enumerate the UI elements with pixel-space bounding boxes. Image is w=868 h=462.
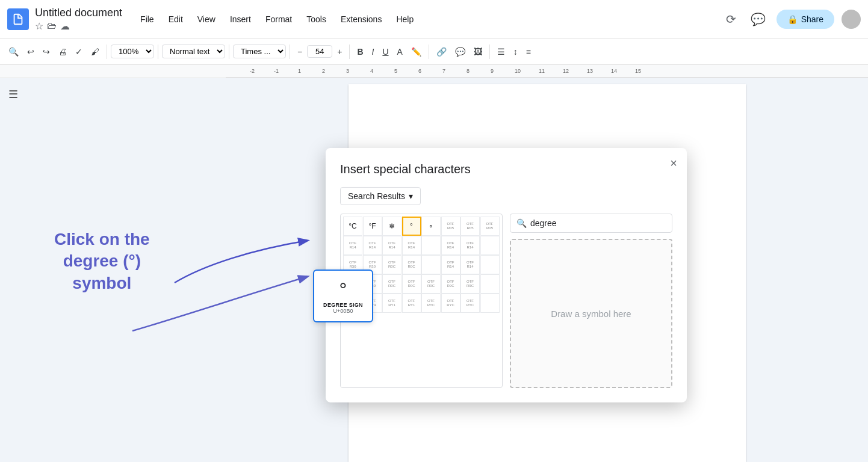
search-results-dropdown[interactable]: Search Results ▾ [340, 187, 421, 205]
line-spacing-button[interactable]: ↕ [510, 45, 521, 59]
char-r2-8[interactable] [480, 236, 500, 255]
history-button[interactable]: ⟳ [722, 8, 740, 30]
char-fahrenheit[interactable]: °F [363, 217, 382, 236]
text-color-button[interactable]: A [394, 45, 406, 59]
char-otf-3[interactable]: OTFR05 [480, 217, 500, 236]
char-r5-6[interactable]: OTFRYC [441, 294, 460, 313]
char-r3-4[interactable]: OTFR0C [402, 255, 421, 274]
char-r3-6[interactable]: OTFR14 [441, 255, 460, 274]
svg-text:5: 5 [394, 68, 397, 74]
print-button[interactable]: 🖨 [55, 45, 70, 59]
char-r3-3[interactable]: OTFR0C [382, 255, 401, 274]
avatar[interactable] [842, 10, 861, 29]
folder-icon[interactable]: 🗁 [47, 20, 57, 32]
char-r2-7[interactable]: OTFR14 [460, 236, 480, 255]
char-r4-4[interactable]: OTFR0C [402, 274, 421, 294]
menu-file[interactable]: File [134, 11, 160, 28]
comments-button[interactable]: 💬 [747, 8, 769, 30]
char-r2-1[interactable]: OTFR14 [343, 236, 362, 255]
link-button[interactable]: 🔗 [433, 45, 450, 59]
char-r5-7[interactable]: OTFRYC [460, 294, 480, 313]
char-ring[interactable]: ∘ [421, 217, 441, 236]
annotation-line2: degree (°) [54, 250, 150, 272]
underline-button[interactable]: U [379, 45, 392, 59]
draw-area-label: Draw a symbol here [551, 308, 631, 318]
char-snowflake[interactable]: ❄ [382, 217, 401, 236]
svg-text:-2: -2 [250, 68, 255, 74]
char-r4-8[interactable] [480, 274, 500, 294]
separator-1 [107, 45, 107, 59]
modal-close-button[interactable]: × [670, 156, 677, 170]
search-button[interactable]: 🔍 [5, 45, 22, 59]
char-r2-5[interactable] [421, 236, 441, 255]
char-r2-4[interactable]: OTFR14 [402, 236, 421, 255]
char-r3-2[interactable]: OTFR30 [363, 255, 382, 274]
font-size-input[interactable] [307, 45, 332, 58]
menu-view[interactable]: View [191, 11, 222, 28]
char-r4-6[interactable]: OTFR9C [441, 274, 460, 294]
menu-insert[interactable]: Insert [224, 11, 257, 28]
redo-button[interactable]: ↪ [39, 45, 54, 59]
menu-help[interactable]: Help [390, 11, 420, 28]
char-r2-3[interactable]: OTFR14 [382, 236, 401, 255]
zoom-dropdown[interactable]: 100% [111, 45, 154, 58]
bold-button[interactable]: B [353, 45, 367, 59]
char-degree-selected[interactable]: ° [402, 217, 421, 236]
menu-bar: File Edit View Insert Format Tools Exten… [134, 11, 722, 28]
char-otf-1[interactable]: OTFR05 [441, 217, 460, 236]
char-r3-5[interactable] [421, 255, 441, 274]
menu-format[interactable]: Format [259, 11, 298, 28]
char-r5-4[interactable]: OTFRY1 [402, 294, 421, 313]
font-dropdown[interactable]: Times ... [233, 45, 286, 58]
char-r4-5[interactable]: OTFR0C [421, 274, 441, 294]
separator-2 [158, 45, 158, 59]
menu-tools[interactable]: Tools [300, 11, 332, 28]
char-r3-1[interactable]: OTFR30 [343, 255, 362, 274]
char-r5-3[interactable]: OTFRY1 [382, 294, 401, 313]
undo-button[interactable]: ↩ [23, 45, 38, 59]
image-button[interactable]: 🖼 [470, 45, 486, 59]
svg-text:12: 12 [563, 68, 569, 74]
cloud-icon[interactable]: ☁ [60, 20, 70, 32]
separator-6 [429, 45, 429, 59]
style-dropdown[interactable]: Normal text [162, 45, 225, 58]
char-r4-7[interactable]: OTFR9C [460, 274, 480, 294]
font-size-decrease[interactable]: − [294, 45, 306, 59]
char-r4-2[interactable]: OTFR30 [363, 274, 382, 294]
align-button[interactable]: ☰ [494, 45, 509, 59]
sidebar-toggle[interactable]: ☰ [8, 88, 18, 101]
star-icon[interactable]: ☆ [35, 20, 43, 32]
char-r2-2[interactable]: OTFR14 [363, 236, 382, 255]
comment-button[interactable]: 💬 [451, 45, 469, 59]
paintformat-button[interactable]: 🖌 [87, 45, 103, 59]
spellcheck-button[interactable]: ✓ [72, 45, 86, 59]
char-r5-1[interactable]: OTFRY4 [343, 294, 362, 313]
italic-button[interactable]: I [368, 45, 378, 59]
annotation-line1: Click on the [54, 229, 150, 250]
list-button[interactable]: ≡ [522, 45, 535, 59]
search-box[interactable]: 🔍 [510, 214, 672, 233]
svg-text:2: 2 [322, 68, 325, 74]
char-grid-container[interactable]: °C °F ❄ ° ∘ OTFR05 OTFR05 OTFR05 OTFR14 … [340, 214, 503, 388]
char-r5-5[interactable]: OTFRYC [421, 294, 441, 313]
char-r5-8[interactable] [480, 294, 500, 313]
search-input[interactable] [530, 218, 666, 228]
char-r2-6[interactable]: OTFR14 [441, 236, 460, 255]
char-celsius[interactable]: °C [343, 217, 362, 236]
separator-4 [290, 45, 290, 59]
share-button[interactable]: 🔒 Share [777, 10, 834, 29]
draw-symbol-area[interactable]: Draw a symbol here [510, 239, 672, 388]
char-otf-2[interactable]: OTFR05 [460, 217, 480, 236]
highlight-button[interactable]: ✏️ [408, 45, 425, 59]
char-r4-1[interactable]: OTFR30 [343, 274, 362, 294]
doc-title-area: Untitled document ☆ 🗁 ☁ [35, 7, 122, 32]
ruler-inner: -2 -1 1 2 3 4 5 6 7 8 9 10 11 12 13 14 1… [226, 65, 868, 78]
font-size-increase[interactable]: + [333, 45, 346, 59]
doc-title[interactable]: Untitled document [35, 7, 122, 19]
char-r3-7[interactable]: OTFR14 [460, 255, 480, 274]
char-r4-3[interactable]: OTFR0C [382, 274, 401, 294]
menu-edit[interactable]: Edit [163, 11, 189, 28]
char-r5-2[interactable]: OTFRY4 [363, 294, 382, 313]
menu-extensions[interactable]: Extensions [335, 11, 388, 28]
char-r3-8[interactable] [480, 255, 500, 274]
